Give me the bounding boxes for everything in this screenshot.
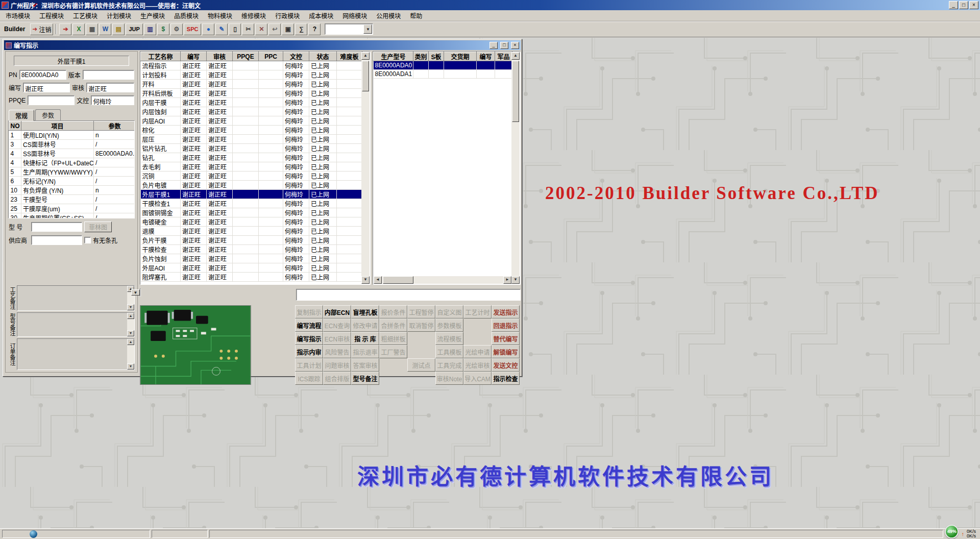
process-row[interactable]: 钻孔谢正旺 谢正旺 何梅玲 已上网 (141, 153, 362, 162)
process-row[interactable]: 外层干膜1谢正旺 谢正旺 何梅玲 已上网 (141, 190, 362, 199)
action-button[interactable]: 修改申请 (351, 318, 379, 332)
action-button[interactable]: 编写指示 (295, 332, 323, 345)
action-button[interactable]: 回退指示 (492, 318, 520, 332)
process-row[interactable]: 流程指示谢正旺 谢正旺 何梅玲 已上网 (141, 61, 362, 70)
notepad-icon[interactable]: ▤ (112, 23, 125, 35)
order-note-area[interactable]: ▲ ▼ (17, 338, 135, 370)
action-button[interactable]: 光绘申请 (463, 345, 492, 358)
menu-item[interactable]: 品质模块 (169, 10, 203, 21)
parameter-row[interactable]: 23 干膜型号 / (9, 195, 135, 204)
action-button[interactable]: 工厂警告 (379, 345, 407, 358)
word-icon[interactable]: W (99, 23, 111, 35)
print-icon[interactable]: ▣ (282, 23, 294, 35)
action-button[interactable]: 合拼条件 (379, 318, 407, 332)
note-scrollbar[interactable]: ▲ ▼ (127, 339, 134, 370)
parameter-row[interactable]: 4 快捷标记（FP+UL+DateC） / (9, 158, 135, 167)
action-button[interactable]: 工艺计时 (463, 305, 492, 318)
menu-item[interactable]: 公用模块 (372, 10, 405, 21)
action-button[interactable]: 光绘审核 (463, 358, 492, 372)
hole-checkbox[interactable] (84, 237, 91, 243)
action-button[interactable]: 参数模板 (435, 318, 463, 332)
action-button[interactable]: 答案审核 (351, 358, 379, 372)
action-button[interactable]: 发送指示 (492, 305, 520, 318)
menu-item[interactable]: 维修模块 (237, 10, 271, 21)
action-button[interactable]: 测试点 (407, 358, 435, 372)
note-scrollbar[interactable]: ▲ ▼ (127, 313, 134, 336)
parameter-row[interactable]: 1 使用LDI(Y/N) n (9, 131, 135, 140)
action-button[interactable]: 工具模板 (435, 345, 463, 358)
dropdown-arrow-icon[interactable]: ▼ (363, 24, 372, 34)
maximize-button[interactable]: □ (959, 1, 968, 9)
action-button[interactable]: 解锁编写 (492, 345, 520, 358)
logout-button[interactable]: ➜ 注销 (30, 23, 53, 35)
process-row[interactable]: 内层AOI谢正旺 谢正旺 何梅玲 已上网 (141, 116, 362, 126)
action-button[interactable]: 审核Note (435, 372, 463, 385)
action-button[interactable]: 工具计划 (295, 358, 323, 372)
action-button[interactable]: 复制指示 (295, 305, 323, 318)
action-button[interactable]: ICS跟踪 (295, 372, 323, 385)
menu-item[interactable]: 市场模块 (1, 10, 35, 21)
action-button[interactable]: 组合排版 (323, 372, 351, 385)
process-row[interactable]: 负片电镀谢正旺 谢正旺 何梅玲 已上网 (141, 181, 362, 190)
action-button[interactable]: 替代编写 (492, 332, 520, 345)
scroll-thumb[interactable] (512, 61, 519, 122)
battery-indicator[interactable]: 49% (945, 525, 959, 538)
parameter-row[interactable]: 4 SS面菲林号 8E0000ADA0.SS2 (9, 149, 135, 158)
process-row[interactable]: 负片干膜谢正旺 谢正旺 何梅玲 已上网 (141, 236, 362, 245)
menu-item[interactable]: 工艺模块 (68, 10, 102, 21)
action-button[interactable]: 工程暂停 (407, 305, 435, 318)
close-button[interactable]: × (969, 1, 978, 9)
version-field[interactable] (83, 70, 134, 80)
process-row[interactable]: 电镀硬金谢正旺 谢正旺 何梅玲 已上网 (141, 217, 362, 227)
process-row[interactable]: 铝片钻孔谢正旺 谢正旺 何梅玲 已上网 (141, 144, 362, 153)
parameter-row[interactable]: 3 CS面菲林号 / (9, 140, 135, 149)
scroll-down-icon[interactable]: ▼ (361, 276, 370, 284)
process-row[interactable]: 阻焊塞孔谢正旺 谢正旺 何梅玲 已上网 (141, 273, 362, 282)
delete-icon[interactable]: ✕ (255, 23, 267, 35)
action-button[interactable]: 报价条件 (379, 305, 407, 318)
money-icon[interactable]: $ (157, 23, 169, 35)
supplier-field[interactable] (31, 235, 82, 245)
globe-icon[interactable]: ● (202, 23, 214, 35)
scroll-thumb[interactable] (362, 61, 369, 91)
scroll-down-icon[interactable]: ▼ (127, 304, 134, 310)
scroll-thumb[interactable] (383, 276, 413, 284)
action-button[interactable]: 编写流程 (295, 318, 323, 332)
scroll-down-icon[interactable]: ▼ (127, 330, 134, 336)
process-row[interactable]: 去毛刺谢正旺 谢正旺 何梅玲 已上网 (141, 162, 362, 172)
parameter-row[interactable]: 6 无标记(Y/N) / (9, 177, 135, 186)
menu-item[interactable]: 网络模块 (338, 10, 372, 21)
action-button[interactable]: 风险警告 (323, 345, 351, 358)
new-document-icon[interactable]: ▯ (229, 23, 241, 35)
scroll-up-icon[interactable]: ▲ (361, 52, 370, 60)
menu-item[interactable]: 物料模块 (203, 10, 237, 21)
parameter-row[interactable]: 5 生产周期(YYWW/WWYY) / (9, 167, 135, 177)
chart-icon[interactable]: ▥ (144, 23, 156, 35)
menu-item[interactable]: 行政模块 (271, 10, 304, 21)
minimize-button[interactable]: _ (949, 1, 958, 9)
model-vertical-scrollbar[interactable]: ▲ ▼ (511, 52, 520, 284)
model-horizontal-scrollbar[interactable]: ◄ ► (374, 276, 511, 284)
remark-input[interactable] (296, 289, 521, 301)
model-row[interactable]: 8E0000ADA1 (374, 70, 512, 79)
process-row[interactable]: 退膜谢正旺 谢正旺 何梅玲 已上网 (141, 227, 362, 236)
process-row[interactable]: 干膜检查1谢正旺 谢正旺 何梅玲 已上网 (141, 199, 362, 208)
jup-button[interactable]: JUP (126, 23, 142, 35)
process-row[interactable]: 内层蚀刻谢正旺 谢正旺 何梅玲 已上网 (141, 107, 362, 116)
scroll-up-icon[interactable]: ▲ (127, 339, 134, 345)
scroll-left-icon[interactable]: ◄ (374, 276, 382, 284)
action-button[interactable]: ECN审核 (323, 332, 351, 345)
ppqe-field[interactable] (28, 95, 75, 105)
film-diagram-button[interactable]: 菲林图 (84, 222, 112, 232)
menu-item[interactable]: 计划模块 (102, 10, 136, 21)
doc-control-field[interactable]: 何梅玲 (91, 95, 134, 105)
process-note-area[interactable]: ▲ ▼ (17, 285, 135, 311)
parameter-row[interactable]: 30 生产周期位置(CS+SS) / (9, 213, 135, 219)
tab-general[interactable]: 常规 (9, 110, 34, 121)
action-button[interactable]: 工具完成 (435, 358, 463, 372)
action-button[interactable]: 粗细拼板 (379, 332, 407, 345)
dropdown-arrow-icon[interactable]: ▼ (131, 289, 140, 296)
process-vertical-scrollbar[interactable]: ▲ ▼ (361, 52, 370, 284)
excel-icon[interactable]: X (72, 23, 85, 35)
action-button[interactable]: ECN查询 (323, 318, 351, 332)
